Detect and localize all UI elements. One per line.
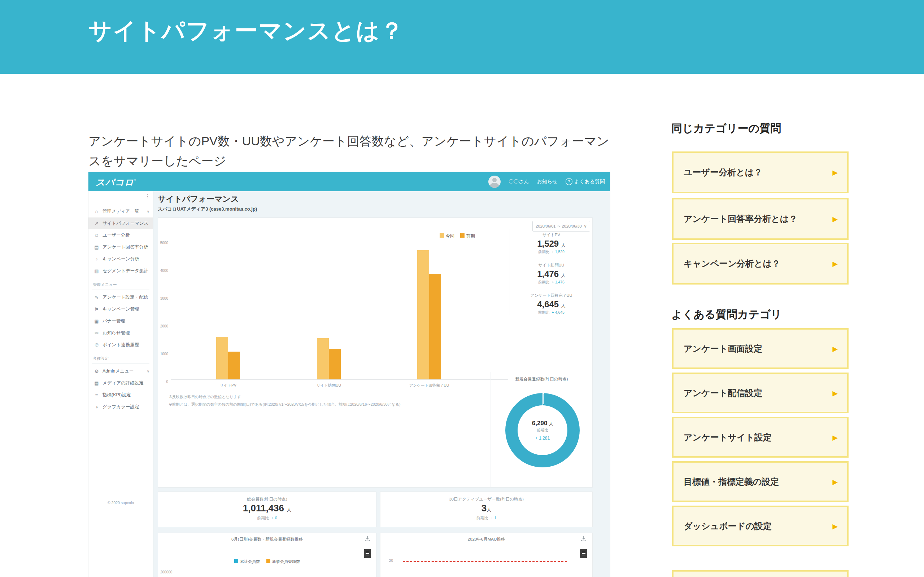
sidebar-item-notice-manage[interactable]: ✉お知らせ管理 [89, 327, 153, 339]
chart-menu-icon[interactable] [580, 549, 587, 558]
sidebar-item-admin-menu[interactable]: ⚙Adminメニュー∨ [89, 365, 153, 377]
download-icon[interactable] [365, 536, 370, 542]
question-label: 目標値・指標定義の設定 [683, 476, 779, 488]
site-performance-icon: ↗ [94, 221, 100, 226]
y-axis-tick: 1000 [160, 352, 168, 356]
home-icon: ⌂ [94, 209, 100, 214]
kebab-icon[interactable]: ⋮ [145, 193, 150, 199]
sidebar-item-label: ポイント連携履歴 [102, 342, 139, 348]
intro-text: アンケートサイトのPV数・UU数やアンケート回答数など、アンケートサイトのパフォ… [89, 131, 614, 171]
question-icon: ? [565, 178, 572, 185]
chevron-down-icon: ∨ [584, 224, 587, 229]
notice-manage-icon: ✉ [94, 330, 100, 336]
sidebar-item-label: Adminメニュー [102, 368, 134, 374]
question-link[interactable]: アンケートサイト設定▶ [672, 417, 848, 458]
question-link[interactable]: アンケート画面設定▶ [672, 328, 848, 369]
legend-swatch [460, 233, 465, 238]
sidebar-item-kpi-settings[interactable]: ≡指標(KPI)設定 [89, 389, 153, 401]
question-link[interactable]: アンケート回答率分析とは？▶ [672, 198, 848, 240]
nav-section-label: 管理メニュー [89, 282, 153, 290]
campaign-analysis-icon: ◔ [94, 256, 100, 262]
legend-swatch [234, 559, 238, 563]
sidebar-item-media-settings[interactable]: ▦メディアの詳細設定 [89, 377, 153, 389]
arrow-right-icon: ▶ [832, 522, 838, 530]
sidebar-item-survey-response-rate[interactable]: ▤アンケート回答率分析 [89, 241, 153, 253]
members-trend-legend: 累計会員数新規会員登録数 [158, 559, 376, 564]
page-title: サイトパフォーマンスとは？ [89, 15, 404, 47]
bar-前期-1 [228, 351, 240, 379]
question-link[interactable]: アンケート配信設定▶ [672, 372, 848, 413]
y-axis-tick: 4000 [160, 269, 168, 272]
dashboard-page-subtitle: スパコロUATメディア3 (case3.monitas.co.jp) [158, 206, 257, 213]
legend-swatch [267, 559, 270, 563]
sidebar-item-segment-data[interactable]: ▥セグメントデータ集計 [89, 265, 153, 277]
sidebar-item-label: アンケート回答率分析 [102, 244, 148, 250]
kpi-settings-icon: ≡ [94, 392, 100, 398]
mau-trend-card: 2020年6月MAU推移 20 [380, 533, 593, 577]
chevron-down-icon: ∨ [147, 210, 149, 213]
media-settings-icon: ▦ [94, 380, 100, 386]
y-axis-tick: 0 [166, 380, 168, 384]
legend-item: 前期 [460, 233, 475, 239]
question-link[interactable]: ダッシュボードの設定▶ [672, 506, 848, 546]
bar-今回-2 [317, 338, 329, 379]
sidebar-item-banner-manage[interactable]: ▣バナー管理 [89, 315, 153, 327]
sidebar-item-label: アンケート設定・配信 [102, 294, 148, 300]
sidebar-item-campaign-analysis[interactable]: ◔キャンペーン分析 [89, 253, 153, 265]
sidebar-item-label: メディアの詳細設定 [102, 380, 144, 386]
question-link[interactable]: 目標値・指標定義の設定▶ [672, 461, 848, 502]
faq-link[interactable]: ? よくある質問 [565, 178, 605, 185]
sidebar-item-home[interactable]: ⌂管理メディア一覧∨ [89, 206, 153, 218]
question-label: アンケート回答率分析とは？ [683, 213, 797, 225]
chevron-down-icon: ∨ [147, 369, 149, 373]
chart-menu-icon[interactable] [364, 549, 371, 558]
donut-title: 新規会員登録数(昨日の時点) [491, 377, 592, 382]
survey-config-icon: ✎ [94, 295, 100, 300]
kpi-stats-column: サイトPV1,529 人前期比+ 1,529サイト訪問UU1,476 人前期比+… [510, 229, 593, 315]
bar-前期-2 [329, 349, 341, 379]
download-icon[interactable] [581, 536, 586, 542]
question-link[interactable]: ユーザー分析とは？▶ [672, 152, 848, 193]
kpi-stat: アンケート回答完了UU4,645 人前期比+ 4,645 [510, 293, 593, 315]
bar-chart-legend: 今回前期 [439, 233, 475, 239]
faq-category-heading: よくある質問カテゴリ [671, 307, 782, 322]
question-link[interactable] [672, 570, 848, 577]
question-label: ユーザー分析とは？ [683, 167, 762, 178]
notice-link[interactable]: お知らせ [537, 179, 558, 185]
same-category-heading: 同じカテゴリーの質問 [671, 121, 781, 136]
donut-chart: 6,290 人 前期比 + 1,281 [505, 393, 580, 467]
members-trend-card: 6月(日別)会員数・新規会員登録数推移 累計会員数新規会員登録数 200000 [158, 533, 376, 577]
question-link[interactable]: キャンペーン分析とは？▶ [672, 243, 848, 285]
dashboard-sidebar: ⋮ ⌂管理メディア一覧∨↗サイトパフォーマンス☺ユーザー分析▤アンケート回答率分… [89, 191, 153, 577]
total-members-value: 1,011,436 人 [158, 503, 376, 514]
question-label: キャンペーン分析とは？ [683, 258, 780, 269]
question-label: アンケートサイト設定 [683, 432, 772, 443]
supcolo-logo[interactable]: スパコロ° [96, 176, 136, 188]
sidebar-item-survey-config[interactable]: ✎アンケート設定・配信 [89, 292, 153, 303]
sidebar-item-graph-color[interactable]: ◑グラフカラー設定 [89, 401, 153, 413]
legend-item: 累計会員数 [234, 559, 260, 564]
y-axis-tick: 2000 [160, 324, 168, 328]
donut-panel: 新規会員登録数(昨日の時点) 6,290 人 前期比 + 1,281 [491, 372, 592, 487]
sidebar-item-user-analysis[interactable]: ☺ユーザー分析 [89, 229, 153, 241]
donut-value: 6,290 人 [532, 420, 553, 427]
active-users-card: 30日アクティブユーザー数(昨日の時点) 3人 前期比+ 1 [380, 492, 593, 527]
banner-manage-icon: ▣ [94, 318, 100, 324]
bar-今回-1 [216, 337, 228, 379]
donut-comparison: + 1,281 [535, 436, 550, 441]
y-axis-tick: 5000 [160, 241, 168, 245]
arrow-right-icon: ▶ [832, 433, 838, 442]
user-name[interactable]: 〇〇さん [509, 179, 529, 185]
arrow-right-icon: ▶ [832, 344, 838, 353]
nav-section-label: 各種設定 [89, 356, 153, 364]
bar-chart: 500040003000200010000 [171, 241, 508, 380]
user-avatar[interactable] [488, 176, 501, 188]
sidebar-item-campaign-manage[interactable]: ⚑キャンペーン管理 [89, 303, 153, 315]
admin-menu-icon: ⚙ [94, 369, 100, 374]
sidebar-item-point-history[interactable]: ℗ポイント連携履歴 [89, 339, 153, 351]
user-analysis-icon: ☺ [94, 233, 100, 238]
legend-swatch [439, 233, 444, 238]
sidebar-item-site-performance[interactable]: ↗サイトパフォーマンス [89, 218, 153, 229]
page-header: サイトパフォーマンスとは？ [0, 0, 924, 74]
dashboard-topbar: スパコロ° 〇〇さん お知らせ ? よくある質問 [89, 172, 610, 191]
